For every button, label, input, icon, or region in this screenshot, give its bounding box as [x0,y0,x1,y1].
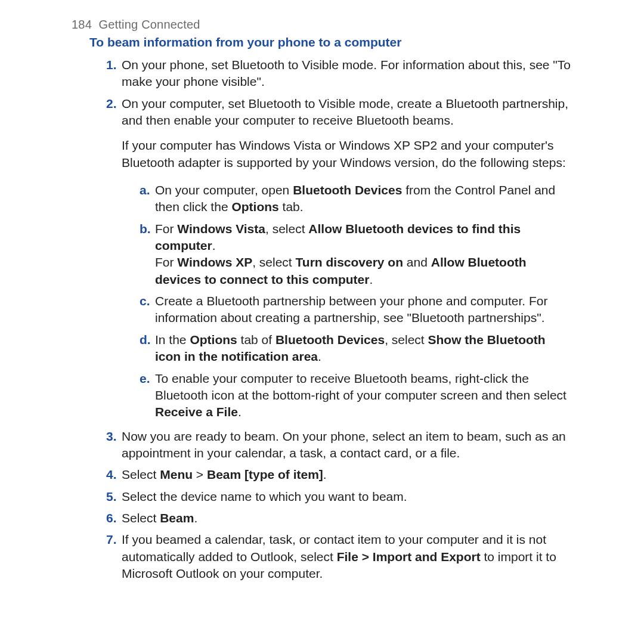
substeps: a. On your computer, open Bluetooth Devi… [122,179,572,423]
section-title: To beam information from your phone to a… [89,35,572,49]
substep-text-line2: For Windows XP, select Turn discovery on… [155,254,572,288]
substep-text: For Windows Vista, select Allow Bluetoot… [155,222,521,252]
substep-marker: a. [140,182,150,199]
substep-marker: d. [140,332,151,348]
step-1: 1. On your phone, set Bluetooth to Visib… [106,54,572,93]
substep-text: To enable your computer to receive Bluet… [155,371,566,419]
step-text: Now you are ready to beam. On your phone… [122,429,566,460]
substep-marker: b. [140,221,151,237]
substep-a: a. On your computer, open Bluetooth Devi… [140,179,572,218]
substep-d: d. In the Options tab of Bluetooth Devic… [140,329,572,368]
step-marker: 6. [106,510,117,527]
step-marker: 7. [106,531,117,548]
substep-text: In the Options tab of Bluetooth Devices,… [155,333,546,363]
substep-marker: c. [140,293,150,309]
step-text: Select Menu > Beam [type of item]. [122,467,327,481]
step-text: If you beamed a calendar, task, or conta… [122,532,556,580]
step-subpara: If your computer has Windows Vista or Wi… [122,137,572,171]
step-6: 6. Select Beam. [106,507,572,529]
substep-e: e. To enable your computer to receive Bl… [140,368,572,423]
step-4: 4. Select Menu > Beam [type of item]. [106,464,572,485]
step-marker: 5. [106,488,117,505]
page-number: 184 [72,18,92,31]
substep-text: On your computer, open Bluetooth Devices… [155,183,555,213]
step-3: 3. Now you are ready to beam. On your ph… [106,426,572,465]
step-marker: 1. [106,57,117,73]
numbered-steps: 1. On your phone, set Bluetooth to Visib… [72,54,572,584]
substep-text: Create a Bluetooth partnership between y… [155,294,547,324]
step-text: On your phone, set Bluetooth to Visible … [122,58,571,88]
step-marker: 2. [106,95,117,112]
substep-b: b. For Windows Vista, select Allow Bluet… [140,218,572,290]
step-text: Select the device name to which you want… [122,490,407,503]
page-header: 184 Getting Connected [72,18,572,32]
step-text: Select Beam. [122,511,197,525]
step-7: 7. If you beamed a calendar, task, or co… [106,529,572,584]
document-page: 184 Getting Connected To beam informatio… [0,0,644,602]
step-text: On your computer, set Bluetooth to Visib… [122,97,568,127]
substep-marker: e. [140,370,150,387]
chapter-title: Getting Connected [99,18,200,31]
step-marker: 4. [106,466,117,483]
step-2: 2. On your computer, set Bluetooth to Vi… [106,93,572,426]
substep-c: c. Create a Bluetooth partnership betwee… [140,290,572,329]
step-marker: 3. [106,428,117,445]
step-5: 5. Select the device name to which you w… [106,486,572,507]
